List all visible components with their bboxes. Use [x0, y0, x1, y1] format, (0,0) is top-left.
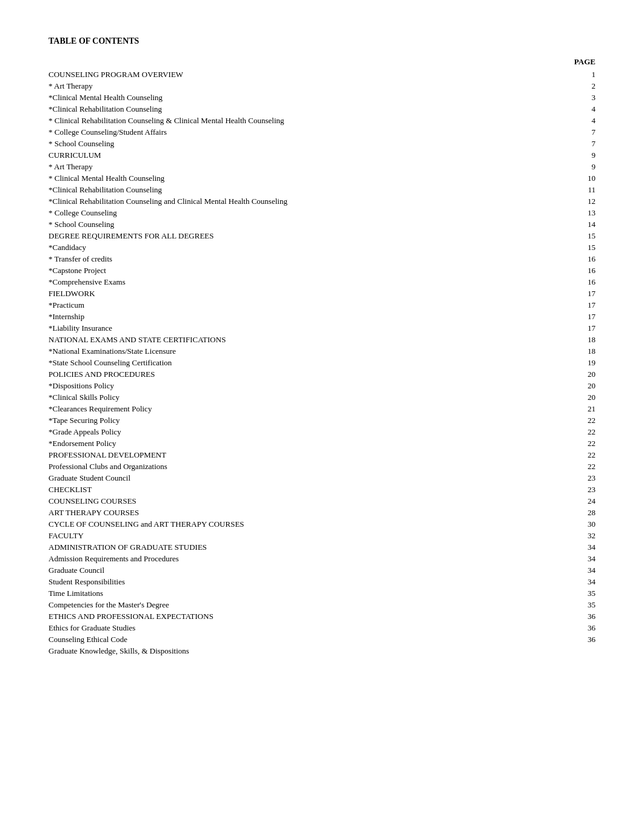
- toc-label: *Grade Appeals Policy: [49, 427, 541, 438]
- toc-table: PAGE COUNSELING PROGRAM OVERVIEW1* Art T…: [49, 56, 595, 657]
- toc-page: 17: [541, 300, 595, 311]
- table-row: Graduate Council34: [49, 565, 595, 576]
- toc-label: * College Counseling: [49, 208, 541, 219]
- toc-label: Competencies for the Master's Degree: [49, 600, 541, 611]
- toc-label: *Capstone Project: [49, 265, 541, 277]
- table-row: *Capstone Project16: [49, 265, 595, 277]
- toc-page: 1: [541, 69, 595, 81]
- toc-page: 4: [541, 115, 595, 127]
- table-row: * Clinical Rehabilitation Counseling & C…: [49, 115, 595, 127]
- toc-page: 36: [541, 634, 595, 646]
- toc-label: ART THERAPY COURSES: [49, 507, 541, 519]
- table-row: *Candidacy15: [49, 242, 595, 254]
- table-row: PROFESSIONAL DEVELOPMENT22: [49, 450, 595, 461]
- table-row: *Practicum17: [49, 300, 595, 311]
- toc-label: * School Counseling: [49, 219, 541, 231]
- page-header: PAGE: [541, 56, 595, 69]
- toc-title: TABLE OF CONTENTS: [49, 36, 595, 46]
- table-row: NATIONAL EXAMS AND STATE CERTIFICATIONS1…: [49, 334, 595, 346]
- toc-page: 17: [541, 323, 595, 334]
- table-row: *Liability Insurance17: [49, 323, 595, 334]
- toc-page: 34: [541, 542, 595, 553]
- toc-label: Admission Requirements and Procedures: [49, 553, 541, 565]
- toc-page: 22: [541, 415, 595, 427]
- toc-page: 11: [541, 184, 595, 196]
- toc-label: ETHICS AND PROFESSIONAL EXPECTATIONS: [49, 611, 541, 623]
- table-row: * Art Therapy9: [49, 161, 595, 173]
- toc-label: *Clinical Skills Policy: [49, 392, 541, 404]
- toc-page: 19: [541, 357, 595, 369]
- table-row: * College Counseling/Student Affairs7: [49, 127, 595, 138]
- toc-page: 20: [541, 369, 595, 380]
- toc-label: PROFESSIONAL DEVELOPMENT: [49, 450, 541, 461]
- table-row: Time Limitations35: [49, 588, 595, 600]
- toc-page: 2: [541, 81, 595, 92]
- toc-label: *Dispositions Policy: [49, 380, 541, 392]
- toc-label: *Clinical Rehabilitation Counseling: [49, 104, 541, 115]
- toc-label: *Candidacy: [49, 242, 541, 254]
- table-row: *State School Counseling Certification19: [49, 357, 595, 369]
- table-row: * School Counseling7: [49, 138, 595, 150]
- table-row: *Endorsement Policy22: [49, 438, 595, 450]
- toc-page: 35: [541, 588, 595, 600]
- toc-label: ADMINISTRATION OF GRADUATE STUDIES: [49, 542, 541, 553]
- toc-label: Graduate Student Council: [49, 473, 541, 484]
- toc-page: 36: [541, 611, 595, 623]
- table-row: FACULTY32: [49, 530, 595, 542]
- empty-header: [49, 56, 541, 69]
- toc-page: 22: [541, 438, 595, 450]
- toc-label: * Clinical Mental Health Counseling: [49, 173, 541, 184]
- table-row: ART THERAPY COURSES28: [49, 507, 595, 519]
- toc-page: 17: [541, 288, 595, 300]
- toc-page: 20: [541, 380, 595, 392]
- toc-label: COUNSELING COURSES: [49, 496, 541, 507]
- table-row: * Clinical Mental Health Counseling10: [49, 173, 595, 184]
- toc-page: 15: [541, 242, 595, 254]
- toc-label: FIELDWORK: [49, 288, 541, 300]
- toc-label: COUNSELING PROGRAM OVERVIEW: [49, 69, 541, 81]
- toc-label: *Liability Insurance: [49, 323, 541, 334]
- toc-label: Student Responsibilities: [49, 576, 541, 588]
- toc-page: 9: [541, 150, 595, 161]
- table-row: FIELDWORK17: [49, 288, 595, 300]
- table-row: Ethics for Graduate Studies36: [49, 623, 595, 634]
- toc-page: 22: [541, 450, 595, 461]
- toc-page: 23: [541, 484, 595, 496]
- table-row: *Dispositions Policy20: [49, 380, 595, 392]
- toc-label: Graduate Council: [49, 565, 541, 576]
- toc-page: 9: [541, 161, 595, 173]
- toc-label: * Transfer of credits: [49, 254, 541, 265]
- table-row: *Grade Appeals Policy22: [49, 427, 595, 438]
- toc-label: *Clinical Rehabilitation Counseling: [49, 184, 541, 196]
- table-row: CURRICULUM9: [49, 150, 595, 161]
- toc-label: CURRICULUM: [49, 150, 541, 161]
- toc-label: Graduate Knowledge, Skills, & Dispositio…: [49, 646, 541, 657]
- table-row: *Clearances Requirement Policy21: [49, 404, 595, 415]
- toc-page: 28: [541, 507, 595, 519]
- table-row: DEGREE REQUIREMENTS FOR ALL DEGREES15: [49, 231, 595, 242]
- toc-label: * Art Therapy: [49, 161, 541, 173]
- table-row: Graduate Student Council23: [49, 473, 595, 484]
- table-row: Competencies for the Master's Degree35: [49, 600, 595, 611]
- table-row: *Clinical Rehabilitation Counseling and …: [49, 196, 595, 208]
- toc-label: NATIONAL EXAMS AND STATE CERTIFICATIONS: [49, 334, 541, 346]
- toc-label: Counseling Ethical Code: [49, 634, 541, 646]
- table-row: *Tape Securing Policy22: [49, 415, 595, 427]
- toc-label: Ethics for Graduate Studies: [49, 623, 541, 634]
- toc-label: *Comprehensive Exams: [49, 277, 541, 288]
- table-row: Admission Requirements and Procedures34: [49, 553, 595, 565]
- table-row: * College Counseling13: [49, 208, 595, 219]
- toc-label: CHECKLIST: [49, 484, 541, 496]
- toc-label: * Art Therapy: [49, 81, 541, 92]
- table-row: *Clinical Rehabilitation Counseling11: [49, 184, 595, 196]
- toc-page: 34: [541, 576, 595, 588]
- toc-label: * College Counseling/Student Affairs: [49, 127, 541, 138]
- table-row: CHECKLIST23: [49, 484, 595, 496]
- toc-label: *Endorsement Policy: [49, 438, 541, 450]
- toc-page: 10: [541, 173, 595, 184]
- toc-page: 15: [541, 231, 595, 242]
- toc-page: 34: [541, 553, 595, 565]
- toc-page: 34: [541, 565, 595, 576]
- table-row: *Clinical Rehabilitation Counseling4: [49, 104, 595, 115]
- toc-page: 20: [541, 392, 595, 404]
